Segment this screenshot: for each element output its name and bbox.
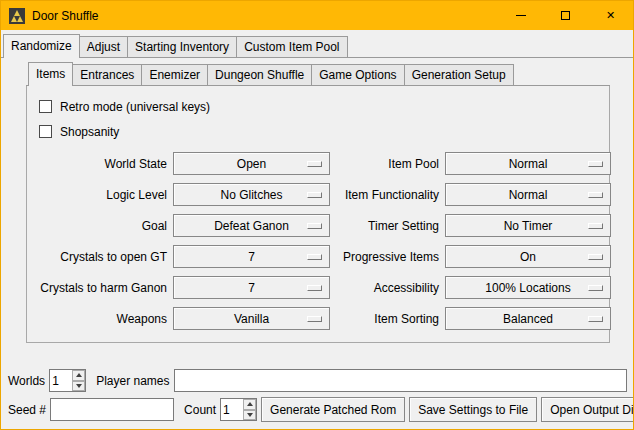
timer-setting-dropdown[interactable]: No Timer	[445, 214, 611, 237]
outer-tab-bar: Randomize Adjust Starting Inventory Cust…	[1, 34, 633, 58]
tab-dungeon-shuffle[interactable]: Dungeon Shuffle	[207, 64, 312, 85]
worlds-spinbox[interactable]	[49, 369, 86, 392]
crystals-open-gt-dropdown[interactable]: 7	[173, 245, 330, 268]
dropdown-indicator-icon	[588, 223, 603, 229]
tab-randomize[interactable]: Randomize	[3, 34, 80, 58]
dropdown-indicator-icon	[588, 192, 603, 198]
tab-game-options[interactable]: Game Options	[311, 64, 404, 85]
settings-grid: World State Open Item Pool Normal Logic …	[39, 152, 601, 330]
dropdown-value: Open	[237, 157, 266, 171]
tab-entrances[interactable]: Entrances	[72, 64, 142, 85]
item-functionality-dropdown[interactable]: Normal	[445, 183, 611, 206]
crystals-open-gt-label: Crystals to open GT	[39, 250, 167, 264]
world-state-dropdown[interactable]: Open	[173, 152, 330, 175]
seed-input[interactable]	[50, 398, 174, 421]
window-title: Door Shuffle	[32, 9, 99, 23]
goal-dropdown[interactable]: Defeat Ganon	[173, 214, 330, 237]
dropdown-value: Normal	[509, 188, 548, 202]
tab-generation-setup[interactable]: Generation Setup	[404, 64, 514, 85]
app-icon	[9, 8, 25, 24]
count-label: Count	[184, 403, 216, 417]
inner-tab-bar: Items Entrances Enemizer Dungeon Shuffle…	[26, 62, 610, 86]
retro-mode-label: Retro mode (universal keys)	[60, 100, 210, 114]
player-names-input[interactable]	[174, 369, 628, 392]
close-icon: ✕	[606, 10, 615, 21]
count-spin-up-button[interactable]	[243, 399, 256, 410]
progressive-items-label: Progressive Items	[336, 250, 439, 264]
generate-patched-rom-button[interactable]: Generate Patched Rom	[261, 397, 405, 422]
worlds-input[interactable]	[50, 370, 72, 391]
spin-down-icon	[76, 384, 82, 388]
weapons-dropdown[interactable]: Vanilla	[173, 307, 330, 330]
item-sorting-label: Item Sorting	[336, 312, 439, 326]
crystals-harm-ganon-label: Crystals to harm Ganon	[39, 281, 167, 295]
retro-mode-row: Retro mode (universal keys)	[39, 94, 601, 119]
shopsanity-checkbox[interactable]	[39, 125, 52, 138]
dropdown-value: 7	[248, 281, 255, 295]
dropdown-indicator-icon	[307, 254, 322, 260]
worlds-row: Worlds Player names	[8, 369, 627, 392]
shopsanity-row: Shopsanity	[39, 119, 601, 144]
logic-level-label: Logic Level	[39, 188, 167, 202]
items-tab-panel: Retro mode (universal keys) Shopsanity W…	[26, 86, 610, 343]
dropdown-indicator-icon	[307, 161, 322, 167]
item-functionality-label: Item Functionality	[336, 188, 439, 202]
titlebar: Door Shuffle ✕	[1, 1, 633, 30]
goal-label: Goal	[39, 219, 167, 233]
weapons-label: Weapons	[39, 312, 167, 326]
item-pool-dropdown[interactable]: Normal	[445, 152, 611, 175]
worlds-spin-arrows	[72, 370, 85, 391]
count-spin-arrows	[243, 399, 256, 420]
accessibility-label: Accessibility	[336, 281, 439, 295]
seed-label: Seed #	[8, 403, 46, 417]
count-spinbox[interactable]	[220, 398, 257, 421]
dropdown-indicator-icon	[307, 223, 322, 229]
dropdown-value: Defeat Ganon	[214, 219, 289, 233]
tab-items[interactable]: Items	[28, 62, 73, 86]
world-state-label: World State	[39, 157, 167, 171]
save-settings-button[interactable]: Save Settings to File	[409, 397, 537, 422]
dropdown-value: No Glitches	[220, 188, 282, 202]
maximize-button[interactable]	[543, 1, 588, 30]
item-sorting-dropdown[interactable]: Balanced	[445, 307, 611, 330]
tab-starting-inventory[interactable]: Starting Inventory	[127, 36, 237, 57]
worlds-label: Worlds	[8, 374, 45, 388]
dropdown-value: On	[520, 250, 536, 264]
dropdown-value: Balanced	[503, 312, 553, 326]
dropdown-indicator-icon	[307, 285, 322, 291]
client-area: Randomize Adjust Starting Inventory Cust…	[1, 30, 633, 429]
minimize-button[interactable]	[498, 1, 543, 30]
app-window: Door Shuffle ✕ Randomize Adjust Starting…	[0, 0, 634, 430]
window-controls: ✕	[498, 1, 633, 30]
bottom-bar: Worlds Player names Seed # Count	[1, 369, 633, 429]
tab-adjust[interactable]: Adjust	[79, 36, 128, 57]
dropdown-indicator-icon	[588, 161, 603, 167]
retro-mode-checkbox[interactable]	[39, 100, 52, 113]
inner-notebook: Items Entrances Enemizer Dungeon Shuffle…	[26, 62, 610, 343]
count-spin-down-button[interactable]	[243, 410, 256, 421]
progressive-items-dropdown[interactable]: On	[445, 245, 611, 268]
worlds-spin-down-button[interactable]	[72, 381, 85, 392]
dropdown-value: No Timer	[504, 219, 553, 233]
dropdown-value: 7	[248, 250, 255, 264]
open-output-directory-button[interactable]: Open Output Directory	[541, 397, 634, 422]
minimize-icon	[516, 15, 526, 16]
dropdown-value: Normal	[509, 157, 548, 171]
crystals-harm-ganon-dropdown[interactable]: 7	[173, 276, 330, 299]
worlds-spin-up-button[interactable]	[72, 370, 85, 381]
count-input[interactable]	[221, 399, 243, 420]
maximize-icon	[561, 11, 570, 20]
spin-down-icon	[247, 413, 253, 417]
item-pool-label: Item Pool	[336, 157, 439, 171]
close-button[interactable]: ✕	[588, 1, 633, 30]
logic-level-dropdown[interactable]: No Glitches	[173, 183, 330, 206]
tab-enemizer[interactable]: Enemizer	[141, 64, 208, 85]
dropdown-indicator-icon	[588, 316, 603, 322]
spin-up-icon	[247, 402, 253, 406]
dropdown-indicator-icon	[588, 285, 603, 291]
player-names-label: Player names	[96, 374, 169, 388]
dropdown-value: 100% Locations	[485, 281, 570, 295]
tab-custom-item-pool[interactable]: Custom Item Pool	[236, 36, 347, 57]
timer-setting-label: Timer Setting	[336, 219, 439, 233]
accessibility-dropdown[interactable]: 100% Locations	[445, 276, 611, 299]
